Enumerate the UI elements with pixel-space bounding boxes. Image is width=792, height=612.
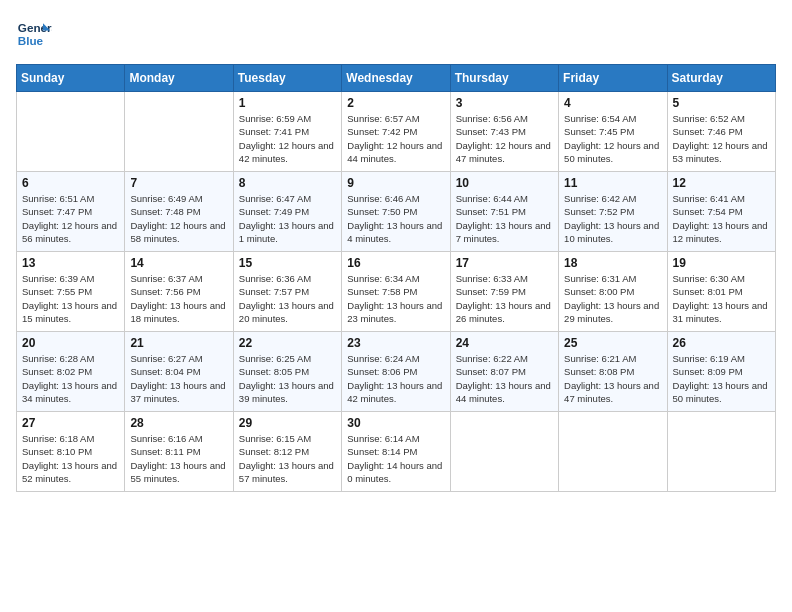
day-number: 17 [456,256,553,270]
calendar-cell: 23Sunrise: 6:24 AM Sunset: 8:06 PM Dayli… [342,332,450,412]
day-info: Sunrise: 6:57 AM Sunset: 7:42 PM Dayligh… [347,112,444,165]
day-info: Sunrise: 6:47 AM Sunset: 7:49 PM Dayligh… [239,192,336,245]
calendar-cell: 24Sunrise: 6:22 AM Sunset: 8:07 PM Dayli… [450,332,558,412]
calendar-cell: 13Sunrise: 6:39 AM Sunset: 7:55 PM Dayli… [17,252,125,332]
day-info: Sunrise: 6:33 AM Sunset: 7:59 PM Dayligh… [456,272,553,325]
calendar-cell [125,92,233,172]
day-number: 4 [564,96,661,110]
day-info: Sunrise: 6:42 AM Sunset: 7:52 PM Dayligh… [564,192,661,245]
day-of-week-header: Thursday [450,65,558,92]
calendar-cell: 21Sunrise: 6:27 AM Sunset: 8:04 PM Dayli… [125,332,233,412]
calendar-cell [667,412,775,492]
calendar-cell: 10Sunrise: 6:44 AM Sunset: 7:51 PM Dayli… [450,172,558,252]
day-number: 26 [673,336,770,350]
calendar-cell: 28Sunrise: 6:16 AM Sunset: 8:11 PM Dayli… [125,412,233,492]
logo-icon: General Blue [16,16,52,52]
day-of-week-header: Wednesday [342,65,450,92]
day-of-week-header: Saturday [667,65,775,92]
day-number: 24 [456,336,553,350]
calendar-cell: 9Sunrise: 6:46 AM Sunset: 7:50 PM Daylig… [342,172,450,252]
day-number: 21 [130,336,227,350]
day-info: Sunrise: 6:44 AM Sunset: 7:51 PM Dayligh… [456,192,553,245]
day-info: Sunrise: 6:27 AM Sunset: 8:04 PM Dayligh… [130,352,227,405]
day-number: 8 [239,176,336,190]
day-info: Sunrise: 6:36 AM Sunset: 7:57 PM Dayligh… [239,272,336,325]
day-info: Sunrise: 6:15 AM Sunset: 8:12 PM Dayligh… [239,432,336,485]
day-info: Sunrise: 6:21 AM Sunset: 8:08 PM Dayligh… [564,352,661,405]
calendar-cell: 25Sunrise: 6:21 AM Sunset: 8:08 PM Dayli… [559,332,667,412]
day-number: 29 [239,416,336,430]
day-info: Sunrise: 6:39 AM Sunset: 7:55 PM Dayligh… [22,272,119,325]
calendar-cell: 17Sunrise: 6:33 AM Sunset: 7:59 PM Dayli… [450,252,558,332]
calendar-cell: 26Sunrise: 6:19 AM Sunset: 8:09 PM Dayli… [667,332,775,412]
calendar-cell: 3Sunrise: 6:56 AM Sunset: 7:43 PM Daylig… [450,92,558,172]
day-number: 12 [673,176,770,190]
day-info: Sunrise: 6:49 AM Sunset: 7:48 PM Dayligh… [130,192,227,245]
calendar-cell: 16Sunrise: 6:34 AM Sunset: 7:58 PM Dayli… [342,252,450,332]
calendar-cell: 14Sunrise: 6:37 AM Sunset: 7:56 PM Dayli… [125,252,233,332]
day-number: 2 [347,96,444,110]
day-of-week-header: Monday [125,65,233,92]
calendar-cell: 18Sunrise: 6:31 AM Sunset: 8:00 PM Dayli… [559,252,667,332]
day-number: 1 [239,96,336,110]
day-number: 30 [347,416,444,430]
day-number: 6 [22,176,119,190]
day-info: Sunrise: 6:51 AM Sunset: 7:47 PM Dayligh… [22,192,119,245]
day-info: Sunrise: 6:18 AM Sunset: 8:10 PM Dayligh… [22,432,119,485]
calendar-cell: 19Sunrise: 6:30 AM Sunset: 8:01 PM Dayli… [667,252,775,332]
day-info: Sunrise: 6:31 AM Sunset: 8:00 PM Dayligh… [564,272,661,325]
calendar-week-row: 6Sunrise: 6:51 AM Sunset: 7:47 PM Daylig… [17,172,776,252]
day-number: 13 [22,256,119,270]
day-info: Sunrise: 6:52 AM Sunset: 7:46 PM Dayligh… [673,112,770,165]
day-number: 28 [130,416,227,430]
day-info: Sunrise: 6:46 AM Sunset: 7:50 PM Dayligh… [347,192,444,245]
calendar-cell: 30Sunrise: 6:14 AM Sunset: 8:14 PM Dayli… [342,412,450,492]
calendar-cell [17,92,125,172]
day-number: 7 [130,176,227,190]
day-number: 27 [22,416,119,430]
calendar-cell: 5Sunrise: 6:52 AM Sunset: 7:46 PM Daylig… [667,92,775,172]
calendar-week-row: 1Sunrise: 6:59 AM Sunset: 7:41 PM Daylig… [17,92,776,172]
day-info: Sunrise: 6:22 AM Sunset: 8:07 PM Dayligh… [456,352,553,405]
svg-text:Blue: Blue [18,34,44,47]
day-number: 20 [22,336,119,350]
day-number: 15 [239,256,336,270]
calendar-week-row: 13Sunrise: 6:39 AM Sunset: 7:55 PM Dayli… [17,252,776,332]
day-number: 14 [130,256,227,270]
calendar-cell: 22Sunrise: 6:25 AM Sunset: 8:05 PM Dayli… [233,332,341,412]
calendar-cell: 2Sunrise: 6:57 AM Sunset: 7:42 PM Daylig… [342,92,450,172]
calendar-cell: 12Sunrise: 6:41 AM Sunset: 7:54 PM Dayli… [667,172,775,252]
day-info: Sunrise: 6:25 AM Sunset: 8:05 PM Dayligh… [239,352,336,405]
day-number: 23 [347,336,444,350]
day-info: Sunrise: 6:54 AM Sunset: 7:45 PM Dayligh… [564,112,661,165]
day-number: 16 [347,256,444,270]
logo: General Blue [16,16,56,52]
calendar-cell: 20Sunrise: 6:28 AM Sunset: 8:02 PM Dayli… [17,332,125,412]
calendar-cell: 27Sunrise: 6:18 AM Sunset: 8:10 PM Dayli… [17,412,125,492]
calendar-cell: 29Sunrise: 6:15 AM Sunset: 8:12 PM Dayli… [233,412,341,492]
calendar-cell: 7Sunrise: 6:49 AM Sunset: 7:48 PM Daylig… [125,172,233,252]
day-info: Sunrise: 6:59 AM Sunset: 7:41 PM Dayligh… [239,112,336,165]
day-number: 9 [347,176,444,190]
day-info: Sunrise: 6:56 AM Sunset: 7:43 PM Dayligh… [456,112,553,165]
day-number: 11 [564,176,661,190]
day-of-week-header: Friday [559,65,667,92]
day-number: 18 [564,256,661,270]
calendar-cell: 4Sunrise: 6:54 AM Sunset: 7:45 PM Daylig… [559,92,667,172]
day-info: Sunrise: 6:28 AM Sunset: 8:02 PM Dayligh… [22,352,119,405]
calendar-cell: 1Sunrise: 6:59 AM Sunset: 7:41 PM Daylig… [233,92,341,172]
calendar-cell: 6Sunrise: 6:51 AM Sunset: 7:47 PM Daylig… [17,172,125,252]
calendar: SundayMondayTuesdayWednesdayThursdayFrid… [16,64,776,492]
calendar-cell: 8Sunrise: 6:47 AM Sunset: 7:49 PM Daylig… [233,172,341,252]
day-info: Sunrise: 6:30 AM Sunset: 8:01 PM Dayligh… [673,272,770,325]
page-header: General Blue [16,16,776,52]
day-info: Sunrise: 6:34 AM Sunset: 7:58 PM Dayligh… [347,272,444,325]
calendar-cell: 11Sunrise: 6:42 AM Sunset: 7:52 PM Dayli… [559,172,667,252]
day-number: 22 [239,336,336,350]
calendar-header-row: SundayMondayTuesdayWednesdayThursdayFrid… [17,65,776,92]
calendar-week-row: 27Sunrise: 6:18 AM Sunset: 8:10 PM Dayli… [17,412,776,492]
day-info: Sunrise: 6:19 AM Sunset: 8:09 PM Dayligh… [673,352,770,405]
calendar-week-row: 20Sunrise: 6:28 AM Sunset: 8:02 PM Dayli… [17,332,776,412]
day-number: 5 [673,96,770,110]
day-info: Sunrise: 6:41 AM Sunset: 7:54 PM Dayligh… [673,192,770,245]
